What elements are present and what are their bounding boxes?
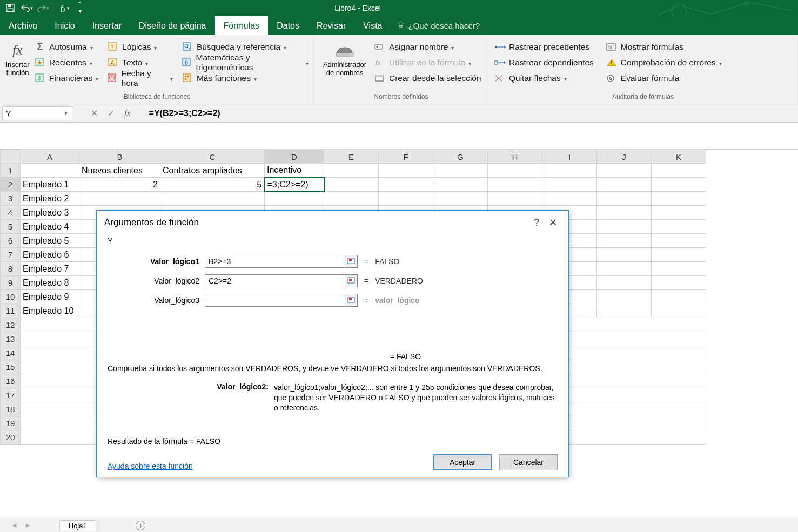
math-button[interactable]: θMatemáticas y trigonométricas xyxy=(179,55,311,70)
fx-button-icon[interactable]: fx xyxy=(124,109,131,118)
insert-function-button[interactable]: fx Insertarfunción xyxy=(3,39,32,89)
more-functions-button[interactable]: Más funciones xyxy=(179,71,311,85)
name-manager-icon xyxy=(335,41,354,60)
qat-customize-icon[interactable]: ‾▾ xyxy=(73,1,87,15)
col-header[interactable]: E xyxy=(324,150,379,164)
tell-me-search[interactable]: ¿Qué desea hacer? xyxy=(397,16,480,35)
arg2-input[interactable] xyxy=(205,274,345,287)
group-audit-label: Auditoría de fórmulas xyxy=(492,92,794,103)
name-manager-button[interactable]: Administradorde nombres xyxy=(318,39,372,89)
cancel-formula-icon[interactable]: ✕ xyxy=(91,108,98,118)
cell[interactable]: Contratos ampliados xyxy=(160,164,265,178)
tab-home[interactable]: Inicio xyxy=(46,16,83,35)
financial-button[interactable]: $Financieras xyxy=(32,71,100,85)
tab-review[interactable]: Revisar xyxy=(308,16,354,35)
formula-bar-row: Y▼ ✕ ✓ fx =Y(B2>=3;C2>=2) xyxy=(0,104,798,123)
cell[interactable]: Nuevos clientes xyxy=(79,164,160,178)
col-header[interactable]: G xyxy=(433,150,488,164)
sigma-icon: Σ xyxy=(34,41,46,53)
col-header[interactable]: J xyxy=(597,150,652,164)
cell[interactable] xyxy=(21,164,79,178)
namebox-dropdown-icon[interactable]: ▼ xyxy=(63,110,69,116)
enter-formula-icon[interactable]: ✓ xyxy=(108,108,115,118)
text-icon: A xyxy=(107,57,119,69)
sheet-tab[interactable]: Hoja1 xyxy=(59,520,96,531)
error-check-button[interactable]: !Comprobación de errores xyxy=(603,55,724,70)
sheet-nav-prev-icon[interactable]: ◄ xyxy=(9,521,20,529)
arg3-input[interactable] xyxy=(205,294,345,307)
cell[interactable]: 2 xyxy=(79,178,160,192)
col-header[interactable]: C xyxy=(160,150,265,164)
arg3-range-icon[interactable] xyxy=(345,294,358,307)
row-header[interactable]: 1 xyxy=(1,164,21,178)
tab-formulas[interactable]: Fórmulas xyxy=(215,16,269,35)
tab-data[interactable]: Datos xyxy=(268,16,308,35)
svg-rect-25 xyxy=(185,78,186,80)
row-header[interactable]: 2 xyxy=(1,178,21,192)
svg-rect-49 xyxy=(349,279,352,281)
tab-file[interactable]: Archivo xyxy=(0,16,46,35)
active-cell[interactable]: =3;C2>=2) xyxy=(265,178,324,192)
svg-text:fx: fx xyxy=(608,45,613,50)
create-from-selection-button[interactable]: Crear desde la selección xyxy=(372,71,484,85)
cell[interactable]: Empleado 1 xyxy=(21,178,79,192)
svg-rect-35 xyxy=(494,61,498,64)
redo-icon[interactable]: ▾ xyxy=(36,1,50,15)
arg1-range-icon[interactable] xyxy=(345,255,358,268)
save-icon[interactable] xyxy=(3,1,17,15)
col-header[interactable]: H xyxy=(488,150,542,164)
tab-view[interactable]: Vista xyxy=(354,16,391,35)
name-box[interactable]: Y▼ xyxy=(2,106,72,120)
col-header[interactable]: D xyxy=(265,150,324,164)
tab-insert[interactable]: Insertar xyxy=(84,16,130,35)
dialog-help-icon[interactable]: ? xyxy=(528,217,545,228)
help-link[interactable]: Ayuda sobre esta función xyxy=(108,462,193,470)
tag-icon xyxy=(374,41,386,53)
svg-text:★: ★ xyxy=(36,59,42,66)
trace-dependents-button[interactable]: Rastrear dependientes xyxy=(492,55,596,70)
text-button[interactable]: ATexto xyxy=(105,55,175,70)
touch-mode-icon[interactable]: ▾ xyxy=(57,1,71,15)
recent-functions-button[interactable]: ★Recientes xyxy=(32,55,100,70)
menu-bar: Archivo Inicio Insertar Diseño de página… xyxy=(0,16,798,35)
col-header[interactable]: K xyxy=(652,150,706,164)
col-header[interactable]: B xyxy=(79,150,160,164)
cell[interactable]: 5 xyxy=(160,178,265,192)
sheet-nav-next-icon[interactable]: ► xyxy=(22,521,33,529)
logical-button[interactable]: ?Lógicas xyxy=(105,39,175,54)
col-header[interactable]: F xyxy=(379,150,433,164)
arg1-input[interactable] xyxy=(205,255,345,268)
arg2-result: VERDADERO xyxy=(375,277,423,285)
svg-marker-34 xyxy=(504,45,506,49)
function-name: Y xyxy=(108,237,558,245)
intermediate-result: = FALSO xyxy=(390,352,421,361)
more-icon xyxy=(182,72,193,84)
undo-icon[interactable]: ▾ xyxy=(19,1,33,15)
autosum-button[interactable]: ΣAutosuma xyxy=(32,39,100,54)
dialog-close-icon[interactable]: ✕ xyxy=(545,217,561,228)
trace-precedents-button[interactable]: Rastrear precedentes xyxy=(492,39,596,54)
sheet-tab-hidden[interactable] xyxy=(95,520,125,531)
eval-icon: fx xyxy=(606,72,618,84)
add-sheet-icon[interactable]: + xyxy=(136,521,145,530)
formula-bar[interactable]: =Y(B2>=3;C2>=2) xyxy=(149,109,220,118)
cancel-button[interactable]: Cancelar xyxy=(499,454,558,470)
assign-name-button[interactable]: Asignar nombre xyxy=(372,39,484,54)
financial-icon: $ xyxy=(34,72,46,84)
datetime-button[interactable]: Fecha y hora xyxy=(105,71,175,85)
svg-text:fx: fx xyxy=(375,59,381,66)
ok-button[interactable]: Aceptar xyxy=(433,454,492,470)
lightbulb-icon xyxy=(397,21,405,31)
tab-pagelayout[interactable]: Diseño de página xyxy=(130,16,215,35)
arg2-range-icon[interactable] xyxy=(345,274,358,287)
use-in-formula-button[interactable]: fxUtilizar en la fórmula xyxy=(372,55,484,70)
cell[interactable]: Incentivo xyxy=(265,164,324,178)
col-header[interactable]: A xyxy=(21,150,79,164)
lookup-button[interactable]: Búsqueda y referencia xyxy=(179,39,311,54)
select-all-corner[interactable] xyxy=(1,150,21,164)
remove-arrows-button[interactable]: Quitar flechas xyxy=(492,71,596,85)
evaluate-formula-button[interactable]: fxEvaluar fórmula xyxy=(603,71,724,85)
col-header[interactable]: I xyxy=(542,150,597,164)
svg-rect-23 xyxy=(185,76,186,77)
show-formulas-button[interactable]: fxMostrar fórmulas xyxy=(603,39,724,54)
